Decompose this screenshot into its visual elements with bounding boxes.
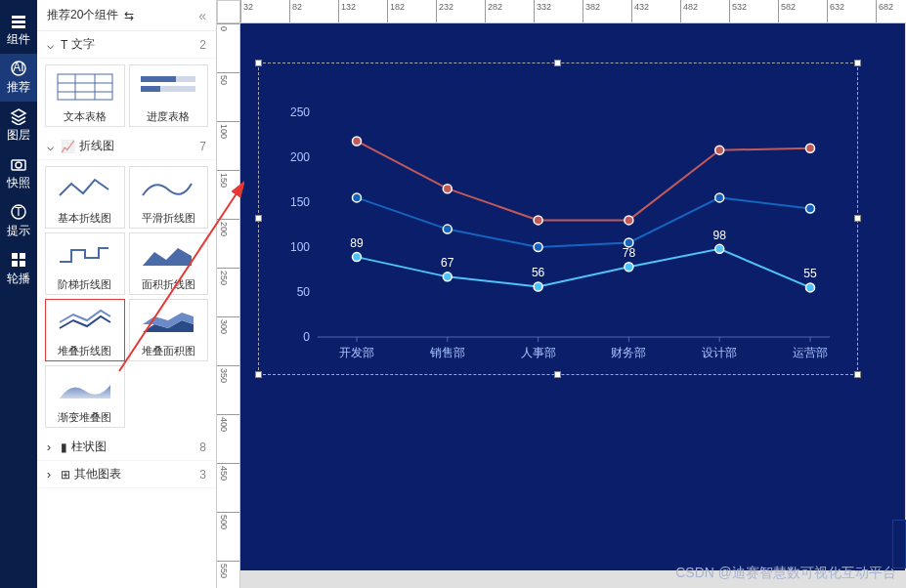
hruler-tick: 82 xyxy=(289,0,302,22)
resize-handle-bm[interactable] xyxy=(554,371,561,378)
thumb-preview xyxy=(52,237,118,273)
thumb-text-table[interactable]: 文本表格 xyxy=(45,64,125,127)
hruler-tick: 632 xyxy=(827,0,844,22)
design-canvas[interactable]: 050100150200250开发部销售部人事部财务部设计部运营部8967567… xyxy=(240,23,905,570)
data-point xyxy=(534,216,542,225)
collapse-panel-icon[interactable]: « xyxy=(198,8,206,23)
x-tick-label: 财务部 xyxy=(611,346,646,359)
y-tick-label: 200 xyxy=(290,150,310,164)
left-tab-hints[interactable]: T提示 xyxy=(0,197,37,245)
data-point xyxy=(715,244,724,253)
svg-rect-8 xyxy=(12,261,18,267)
left-toolbar: 组件AI推荐图层快照T提示轮播 xyxy=(0,0,37,588)
vertical-ruler: 050100150200250300350400450500550 xyxy=(217,23,240,588)
data-label: 89 xyxy=(350,236,364,250)
x-tick-label: 销售部 xyxy=(429,346,465,359)
thumb-preview xyxy=(52,69,118,105)
vruler-tick: 100 xyxy=(217,121,239,139)
x-tick-label: 开发部 xyxy=(339,346,374,359)
data-point xyxy=(806,283,815,292)
stacked-line-chart: 050100150200250开发部销售部人事部财务部设计部运营部8967567… xyxy=(259,63,859,376)
resize-handle-lm[interactable] xyxy=(255,215,262,222)
thumb-stack-area[interactable]: 堆叠面积图 xyxy=(129,299,209,361)
thumb-basic-line[interactable]: 基本折线图 xyxy=(45,166,125,229)
thumb-smooth-line[interactable]: 平滑折线图 xyxy=(129,166,209,229)
left-tab-layers[interactable]: 图层 xyxy=(0,102,37,149)
data-point xyxy=(625,263,633,272)
thumb-preview xyxy=(135,69,201,105)
thumb-step-line[interactable]: 阶梯折线图 xyxy=(45,232,125,295)
left-tab-carousel[interactable]: 轮播 xyxy=(0,245,37,293)
group-count: 2 xyxy=(199,38,206,52)
data-point xyxy=(443,273,452,281)
group-count: 7 xyxy=(199,140,206,153)
thumb-stack-line[interactable]: 堆叠折线图 xyxy=(45,299,125,361)
svg-rect-10 xyxy=(58,74,112,100)
svg-rect-6 xyxy=(12,253,18,259)
vruler-tick: 550 xyxy=(217,561,239,578)
thumb-label: 堆叠面积图 xyxy=(142,344,195,358)
resize-handle-rm[interactable] xyxy=(854,215,861,222)
panel-header: 推荐20个组件 ⇆ « xyxy=(37,0,216,31)
data-point xyxy=(443,225,452,233)
watermark-text: CSDN @迪赛智慧数可视化互动平台 xyxy=(675,565,896,582)
swap-icon[interactable]: ⇆ xyxy=(124,9,134,22)
thumb-label: 平滑折线图 xyxy=(142,211,195,226)
group-header-other[interactable]: ›⊞其他图表3 xyxy=(37,461,216,488)
left-tab-snapshot[interactable]: 快照 xyxy=(0,149,37,197)
hruler-tick: 482 xyxy=(680,0,698,22)
group-label: 柱状图 xyxy=(71,439,107,455)
line-series xyxy=(357,249,810,288)
group-header-text[interactable]: ⌵T文字2 xyxy=(37,31,216,59)
thumb-gradient-stack[interactable]: 渐变堆叠图 xyxy=(45,365,125,428)
chevron-down-icon: ⌵ xyxy=(47,38,57,52)
data-point xyxy=(353,253,362,262)
y-tick-label: 250 xyxy=(290,105,310,119)
thumb-label: 阶梯折线图 xyxy=(58,277,111,292)
resize-handle-tm[interactable] xyxy=(554,60,561,66)
app-root: 组件AI推荐图层快照T提示轮播 推荐20个组件 ⇆ « ⌵T文字2文本表格进度表… xyxy=(0,0,906,588)
thumb-label: 堆叠折线图 xyxy=(58,344,111,358)
group-body-line: 基本折线图平滑折线图阶梯折线图面积折线图堆叠折线图堆叠面积图渐变堆叠图 xyxy=(37,160,216,434)
thumb-progress-table[interactable]: 进度表格 xyxy=(129,64,209,127)
x-tick-label: 运营部 xyxy=(793,346,828,359)
thumb-preview xyxy=(52,304,118,339)
y-tick-label: 150 xyxy=(290,195,310,209)
hruler-tick: 232 xyxy=(436,0,453,22)
hruler-tick: 182 xyxy=(387,0,405,22)
thumb-label: 面积折线图 xyxy=(142,277,195,292)
right-dock-handle[interactable] xyxy=(892,520,906,568)
resize-handle-tl[interactable] xyxy=(255,60,262,66)
group-header-line[interactable]: ⌵📈折线图7 xyxy=(37,133,216,160)
group-body-text: 文本表格进度表格 xyxy=(37,59,216,133)
svg-rect-9 xyxy=(20,261,25,267)
data-point xyxy=(443,185,452,193)
hruler-tick: 282 xyxy=(485,0,502,22)
line-series xyxy=(357,197,810,247)
thumb-preview xyxy=(52,370,118,405)
resize-handle-br[interactable] xyxy=(854,371,861,378)
resize-handle-bl[interactable] xyxy=(255,371,262,378)
vruler-tick: 200 xyxy=(217,219,239,236)
hruler-tick: 332 xyxy=(534,0,551,22)
left-tab-ai[interactable]: AI推荐 xyxy=(0,54,37,102)
ruler-corner xyxy=(217,0,240,23)
left-tab-components[interactable]: 组件 xyxy=(0,6,37,54)
selected-chart-widget[interactable]: 050100150200250开发部销售部人事部财务部设计部运营部8967567… xyxy=(258,63,858,375)
thumb-area-line[interactable]: 面积折线图 xyxy=(129,232,209,295)
canvas-area[interactable]: 050100150200250开发部销售部人事部财务部设计部运营部8967567… xyxy=(240,23,906,588)
data-label: 67 xyxy=(441,256,454,270)
group-icon: 📈 xyxy=(61,140,75,153)
thumb-label: 文本表格 xyxy=(64,109,107,124)
data-point xyxy=(806,144,815,152)
resize-handle-tr[interactable] xyxy=(854,60,861,66)
group-icon: ▮ xyxy=(61,441,67,454)
vruler-tick: 0 xyxy=(217,23,239,31)
chevron-right-icon: › xyxy=(47,441,57,454)
vruler-tick: 150 xyxy=(217,170,239,188)
y-tick-label: 50 xyxy=(297,285,311,299)
group-count: 3 xyxy=(199,468,206,482)
group-header-bar[interactable]: ›▮柱状图8 xyxy=(37,434,216,461)
hruler-tick: 132 xyxy=(338,0,356,22)
data-label: 56 xyxy=(532,266,545,279)
